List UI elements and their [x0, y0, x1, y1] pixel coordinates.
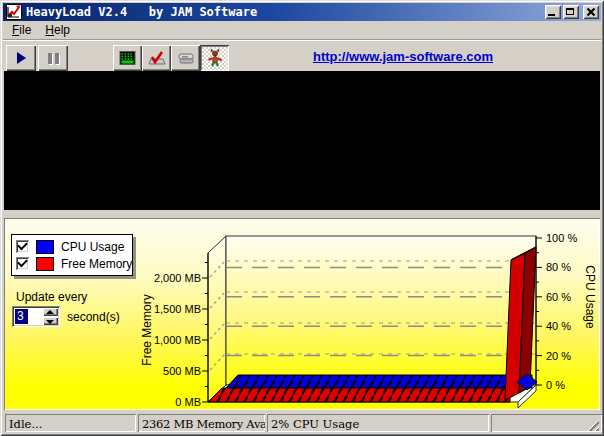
- chevron-down-icon: [46, 320, 54, 324]
- spinner-down-button[interactable]: [43, 317, 58, 325]
- screen-load-toggle[interactable]: [113, 45, 142, 71]
- check-icon: [17, 240, 28, 251]
- mascot-animation-toggle[interactable]: [200, 45, 229, 71]
- window-title: HeavyLoad V2.4 by JAM Software: [26, 5, 543, 19]
- spinner-up-button[interactable]: [43, 308, 58, 316]
- right-tick: 100 %: [546, 232, 577, 244]
- legend-label-cpu: CPU Usage: [61, 240, 124, 254]
- left-tick: 0 MB: [175, 396, 201, 408]
- left-tick: 1,000 MB: [154, 334, 201, 346]
- close-button[interactable]: [583, 5, 599, 19]
- cpu-color-swatch: [36, 240, 54, 254]
- mascot-icon: [206, 49, 224, 67]
- minimize-button[interactable]: [545, 5, 561, 19]
- left-tick: 2,000 MB: [154, 272, 201, 284]
- load-display-area: [4, 71, 600, 210]
- menu-bar: File Help: [3, 21, 601, 40]
- chevron-up-icon: [46, 310, 54, 314]
- monitor-panel: 0 MB 500 MB 1,000 MB 1,500 MB 2,000 MB 0…: [4, 218, 600, 410]
- status-memory: 2362 MB Memory Available: [138, 414, 265, 432]
- cpu-load-toggle[interactable]: [142, 45, 171, 71]
- check-test-icon: [148, 50, 166, 66]
- seconds-label: second(s): [67, 310, 120, 324]
- start-test-button[interactable]: [6, 45, 36, 71]
- app-chart-icon: [6, 4, 22, 20]
- maximize-button[interactable]: [563, 5, 579, 19]
- memory-color-swatch: [36, 257, 54, 271]
- menu-help[interactable]: Help: [38, 21, 77, 40]
- update-every-label: Update every: [16, 290, 87, 304]
- right-tick: 80 %: [546, 261, 571, 273]
- left-tick: 500 MB: [163, 365, 201, 377]
- status-bar: Idle... 2362 MB Memory Available 2% CPU …: [3, 412, 601, 434]
- right-tick: 60 %: [546, 291, 571, 303]
- pause-icon: [48, 53, 59, 64]
- jam-software-link[interactable]: http://www.jam-software.com: [293, 49, 513, 64]
- legend-row-cpu: CPU Usage: [16, 238, 128, 255]
- left-tick: 1,500 MB: [154, 303, 201, 315]
- free-memory-checkbox[interactable]: [16, 257, 29, 270]
- status-state: Idle...: [5, 414, 136, 432]
- splitter: [4, 210, 600, 218]
- chart-legend: CPU Usage Free Memory: [11, 234, 133, 276]
- minimize-icon: [548, 14, 555, 16]
- legend-row-memory: Free Memory: [16, 255, 128, 272]
- chart-back-wall: [226, 236, 536, 385]
- screen-test-icon: [119, 50, 136, 66]
- chart-left-wall: [208, 236, 226, 402]
- interval-input[interactable]: 3: [12, 306, 43, 327]
- cpu-usage-ribbon: [226, 375, 532, 388]
- heavyload-window: HeavyLoad V2.4 by JAM Software File Help: [0, 0, 604, 436]
- pause-test-button[interactable]: [38, 45, 68, 71]
- left-axis-title: Free Memory: [140, 294, 154, 365]
- right-tick: 20 %: [546, 350, 571, 362]
- right-axis-title: CPU Usage: [583, 265, 597, 329]
- status-extra: [491, 414, 602, 432]
- maximize-icon: [566, 8, 574, 15]
- right-tick: 0 %: [546, 379, 565, 391]
- check-icon: [17, 257, 28, 268]
- menu-file[interactable]: File: [5, 21, 38, 40]
- interval-spinner[interactable]: 3: [12, 306, 60, 327]
- write-test-file-toggle[interactable]: [171, 45, 200, 71]
- status-cpu: 2% CPU Usage: [267, 414, 489, 432]
- title-bar: HeavyLoad V2.4 by JAM Software: [3, 3, 601, 21]
- play-icon: [17, 52, 26, 64]
- cpu-usage-checkbox[interactable]: [16, 240, 29, 253]
- device-burn-icon: [177, 50, 195, 66]
- legend-label-memory: Free Memory: [61, 257, 132, 271]
- right-tick: 40 %: [546, 320, 571, 332]
- free-memory-ribbon: [208, 388, 510, 402]
- toolbar: http://www.jam-software.com: [3, 40, 601, 71]
